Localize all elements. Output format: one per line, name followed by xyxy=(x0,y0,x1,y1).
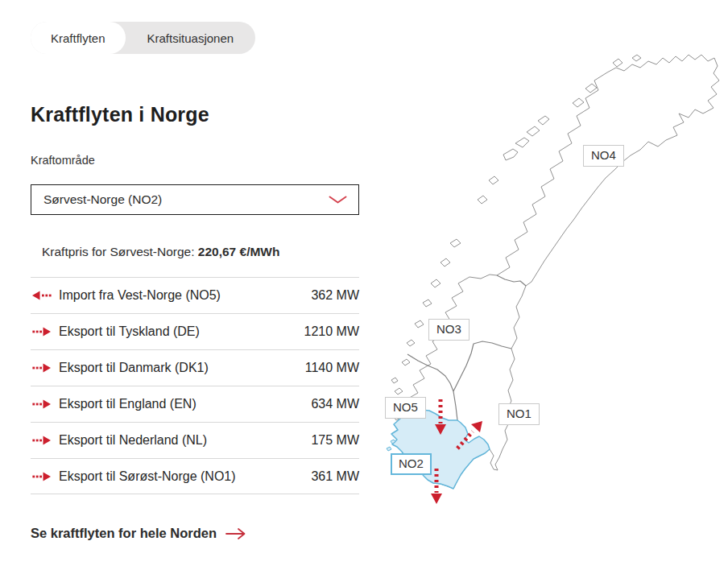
map-label-no3[interactable]: NO3 xyxy=(428,319,469,341)
flow-row: Eksport til Tyskland (DE) 1210 MW xyxy=(31,313,359,349)
tab-kraftsituasjonen[interactable]: Kraftsituasjonen xyxy=(126,22,256,54)
flow-label: Eksport til Sørøst-Norge (NO1) xyxy=(59,469,311,484)
chevron-down-icon xyxy=(329,196,347,204)
area-select-label: Kraftområde xyxy=(31,154,95,167)
flow-value: 1140 MW xyxy=(305,361,359,375)
tab-kraftflyten[interactable]: Kraftflyten xyxy=(31,22,126,54)
import-arrow-icon xyxy=(32,291,52,300)
area-select-value: Sørvest-Norge (NO2) xyxy=(43,192,329,207)
page-title: Kraftflyten i Norge xyxy=(31,103,209,126)
flow-value: 175 MW xyxy=(311,433,359,448)
flow-value: 361 MW xyxy=(311,469,359,484)
price-value: 220,67 €/MWh xyxy=(198,245,280,258)
price-line: Kraftpris for Sørvest-Norge: 220,67 €/MW… xyxy=(42,245,279,259)
nordic-flow-link-label: Se kraftflyten for hele Norden xyxy=(31,526,217,541)
flow-list: Import fra Vest-Norge (NO5) 362 MW Ekspo… xyxy=(31,277,359,494)
area-select[interactable]: Sørvest-Norge (NO2) xyxy=(31,184,359,215)
export-arrow-icon xyxy=(32,436,52,445)
export-arrow-icon xyxy=(32,327,52,337)
flow-value: 362 MW xyxy=(311,288,359,303)
export-arrow-icon xyxy=(32,399,52,409)
flow-row: Eksport til Sørøst-Norge (NO1) 361 MW xyxy=(31,458,359,494)
flow-label: Eksport til Danmark (DK1) xyxy=(59,361,305,375)
flow-label: Eksport til Tyskland (DE) xyxy=(59,324,304,339)
flow-label: Eksport til England (EN) xyxy=(59,397,311,411)
export-arrow-icon xyxy=(32,363,52,373)
price-prefix: Kraftpris for Sørvest-Norge: xyxy=(42,245,195,258)
flow-value: 634 MW xyxy=(311,397,359,411)
norway-map xyxy=(383,47,721,530)
nordic-flow-link[interactable]: Se kraftflyten for hele Norden xyxy=(31,526,247,541)
map-label-no1[interactable]: NO1 xyxy=(498,403,540,425)
flow-label: Import fra Vest-Norge (NO5) xyxy=(59,288,311,303)
flow-row: Import fra Vest-Norge (NO5) 362 MW xyxy=(31,277,359,313)
flow-row: Eksport til Nederland (NL) 175 MW xyxy=(31,422,359,458)
map-label-no4[interactable]: NO4 xyxy=(583,145,624,167)
flow-label: Eksport til Nederland (NL) xyxy=(59,433,311,448)
flow-row: Eksport til Danmark (DK1) 1140 MW xyxy=(31,349,359,386)
region-no2-highlight[interactable] xyxy=(391,409,490,489)
flow-value: 1210 MW xyxy=(304,324,359,339)
flow-row: Eksport til England (EN) 634 MW xyxy=(31,386,359,422)
arrow-right-icon xyxy=(225,527,247,540)
export-arrow-icon xyxy=(32,472,52,481)
view-switcher: Kraftflyten Kraftsituasjonen xyxy=(31,22,255,54)
map-label-no2[interactable]: NO2 xyxy=(391,453,432,475)
map-label-no5[interactable]: NO5 xyxy=(385,397,426,419)
